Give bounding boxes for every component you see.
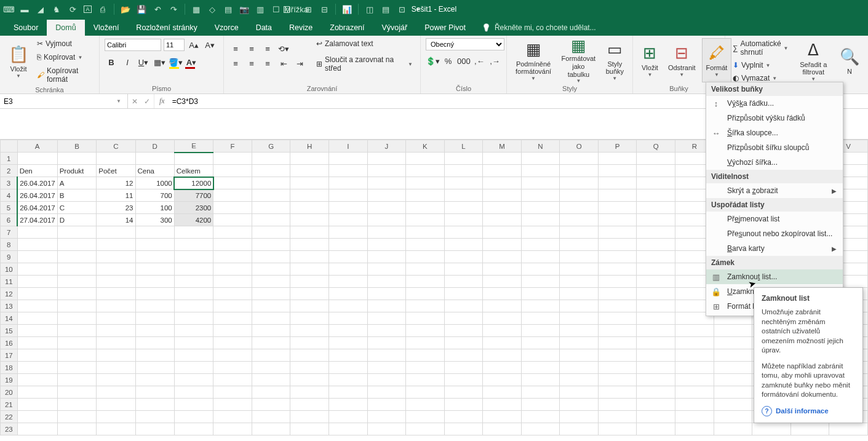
- cell[interactable]: [406, 374, 445, 386]
- cell[interactable]: 100: [135, 202, 174, 214]
- qat-print-icon[interactable]: ⎙: [98, 4, 108, 14]
- cell[interactable]: Cena: [135, 165, 174, 177]
- cell[interactable]: [483, 202, 522, 214]
- cell[interactable]: [174, 251, 213, 263]
- cell[interactable]: [17, 399, 57, 411]
- cell[interactable]: [444, 276, 483, 288]
- cell[interactable]: [290, 288, 329, 300]
- cell[interactable]: [174, 300, 213, 312]
- tab-powerpivot[interactable]: Power Pivot: [416, 20, 474, 36]
- indent-inc-icon[interactable]: ⇥: [293, 57, 306, 70]
- cell[interactable]: [406, 312, 445, 325]
- cell[interactable]: [406, 325, 445, 337]
- cell[interactable]: [637, 177, 675, 189]
- cell[interactable]: [521, 386, 560, 399]
- cell[interactable]: [57, 288, 97, 300]
- cell[interactable]: [367, 202, 406, 214]
- cell[interactable]: [560, 312, 599, 325]
- cell[interactable]: [406, 337, 445, 349]
- cell[interactable]: [483, 226, 522, 239]
- cell[interactable]: [329, 312, 368, 325]
- cell[interactable]: [174, 239, 213, 251]
- cell[interactable]: [329, 337, 368, 349]
- cell[interactable]: [252, 423, 290, 435]
- cell[interactable]: [290, 337, 329, 349]
- cell[interactable]: Produkt: [57, 165, 97, 177]
- shrink-font-icon[interactable]: A▾: [203, 38, 217, 52]
- cell[interactable]: [135, 337, 174, 349]
- cell[interactable]: [367, 263, 406, 276]
- find-select-button[interactable]: 🔍N: [836, 39, 863, 83]
- cell[interactable]: 700: [135, 189, 174, 202]
- cell[interactable]: [752, 423, 791, 435]
- cell[interactable]: [17, 312, 57, 325]
- merge-center-button[interactable]: ⊞Sloučit a zarovnat na střed▼: [314, 54, 415, 74]
- cell[interactable]: [213, 189, 252, 202]
- cell[interactable]: [714, 325, 752, 337]
- cell[interactable]: [560, 423, 599, 435]
- cell[interactable]: [97, 300, 135, 312]
- row-header[interactable]: 23: [1, 423, 18, 435]
- cell[interactable]: [406, 202, 445, 214]
- cell[interactable]: [444, 239, 483, 251]
- col-header[interactable]: M: [483, 140, 522, 153]
- col-header[interactable]: N: [521, 140, 560, 153]
- qat-sheet-icon[interactable]: ▤: [381, 4, 391, 14]
- cell[interactable]: [17, 288, 57, 300]
- qat-compare-icon[interactable]: ◫: [365, 4, 375, 14]
- cell[interactable]: [213, 263, 252, 276]
- tab-view[interactable]: Zobrazení: [321, 20, 373, 36]
- cell[interactable]: [57, 300, 97, 312]
- comma-format-icon[interactable]: 000: [457, 54, 471, 68]
- cell[interactable]: [637, 276, 675, 288]
- cell[interactable]: [329, 276, 368, 288]
- cell[interactable]: [17, 423, 57, 435]
- cell[interactable]: [444, 226, 483, 239]
- cell[interactable]: [560, 251, 599, 263]
- qat-new-icon[interactable]: ▬: [20, 4, 30, 14]
- cell[interactable]: [290, 399, 329, 411]
- cell[interactable]: [329, 325, 368, 337]
- cell[interactable]: [213, 337, 252, 349]
- qat-chart-icon[interactable]: 📊: [342, 4, 352, 14]
- cell[interactable]: [213, 300, 252, 312]
- cell[interactable]: [444, 411, 483, 423]
- cell[interactable]: [17, 263, 57, 276]
- grow-font-icon[interactable]: A▴: [187, 38, 201, 52]
- cell[interactable]: [252, 325, 290, 337]
- align-right-icon[interactable]: ≡: [261, 57, 274, 70]
- cell[interactable]: [406, 214, 445, 226]
- cell[interactable]: 14: [97, 214, 135, 226]
- cell[interactable]: [483, 423, 522, 435]
- cell[interactable]: [17, 239, 57, 251]
- insert-cells-button[interactable]: ⊞Vložit▼: [638, 38, 662, 82]
- cell[interactable]: [714, 411, 752, 423]
- cell[interactable]: [97, 337, 135, 349]
- cell[interactable]: [174, 288, 213, 300]
- cell[interactable]: [97, 312, 135, 325]
- cell[interactable]: [329, 349, 368, 362]
- cell[interactable]: [444, 423, 483, 435]
- cell[interactable]: [252, 202, 290, 214]
- cell[interactable]: [637, 153, 675, 165]
- cell[interactable]: [213, 276, 252, 288]
- col-header[interactable]: K: [406, 140, 445, 153]
- cell[interactable]: [17, 386, 57, 399]
- qat-macros-icon[interactable]: ♞: [52, 4, 62, 14]
- cell[interactable]: [444, 300, 483, 312]
- row-header[interactable]: 8: [1, 239, 18, 251]
- cell[interactable]: [714, 337, 752, 349]
- cell[interactable]: [17, 337, 57, 349]
- italic-button[interactable]: I: [121, 55, 134, 69]
- cell[interactable]: [483, 349, 522, 362]
- row-header[interactable]: 20: [1, 386, 18, 399]
- cell[interactable]: [675, 411, 714, 423]
- cell[interactable]: 1000: [135, 177, 174, 189]
- cell[interactable]: [213, 153, 252, 165]
- cell[interactable]: [174, 312, 213, 325]
- cell[interactable]: [560, 411, 599, 423]
- cell[interactable]: [57, 411, 97, 423]
- cell[interactable]: [598, 177, 637, 189]
- qat-open-icon[interactable]: 📂: [121, 4, 130, 14]
- format-painter-button[interactable]: 🖌Kopírovat formát: [34, 65, 94, 85]
